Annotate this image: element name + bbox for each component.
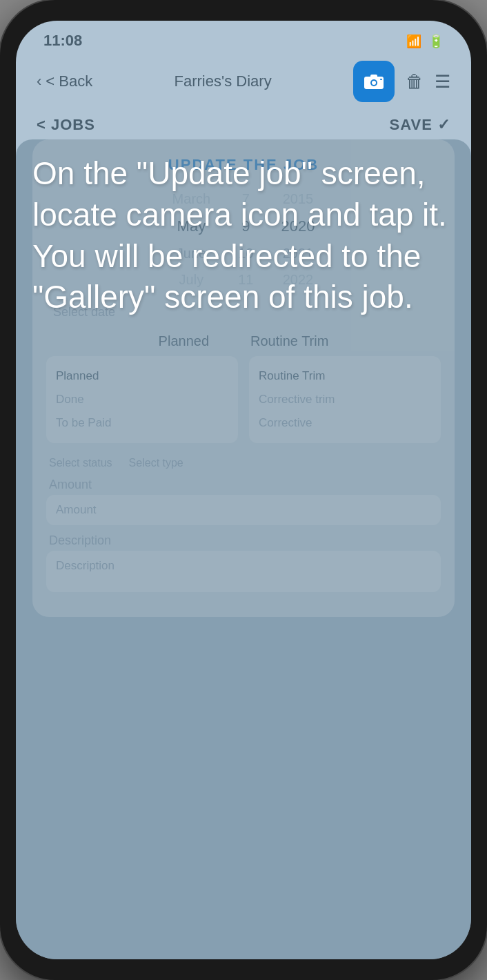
wifi-icon <box>406 32 421 50</box>
battery-icon <box>428 32 444 50</box>
jobs-back-label: < JOBS <box>37 116 95 134</box>
jobs-bar: < JOBS SAVE ✓ <box>16 110 471 139</box>
nav-back-label: < Back <box>46 72 92 90</box>
nav-title: Farries's Diary <box>175 72 272 90</box>
trash-icon[interactable]: 🗑 <box>406 71 424 92</box>
menu-icon[interactable]: ☰ <box>435 71 450 92</box>
back-chevron-icon: ‹ <box>37 72 41 90</box>
camera-button[interactable] <box>353 61 395 102</box>
nav-bar: ‹ < Back Farries's Diary 🗑 ☰ <box>16 55 471 110</box>
save-label: SAVE ✓ <box>390 116 450 133</box>
svg-rect-4 <box>380 79 382 80</box>
content-area: UPDATE THE JOB March May June July 7 9 1… <box>16 139 471 959</box>
instruction-overlay: On the "Update job" screen, locate camer… <box>16 139 471 959</box>
status-bar: 11:08 <box>16 21 471 55</box>
status-icons <box>406 32 444 50</box>
nav-action-icons: 🗑 ☰ <box>353 61 450 102</box>
save-button[interactable]: SAVE ✓ <box>390 116 450 134</box>
nav-back-button[interactable]: ‹ < Back <box>37 72 92 90</box>
time-display: 11:08 <box>43 32 82 50</box>
overlay-instruction-text: On the "Update job" screen, locate camer… <box>32 153 455 318</box>
phone-frame: 11:08 ‹ < Back Farries's Diary <box>0 0 487 980</box>
svg-point-2 <box>372 81 376 85</box>
svg-rect-3 <box>370 75 377 78</box>
jobs-back-button[interactable]: < JOBS <box>37 116 95 134</box>
phone-screen: 11:08 ‹ < Back Farries's Diary <box>16 21 471 959</box>
